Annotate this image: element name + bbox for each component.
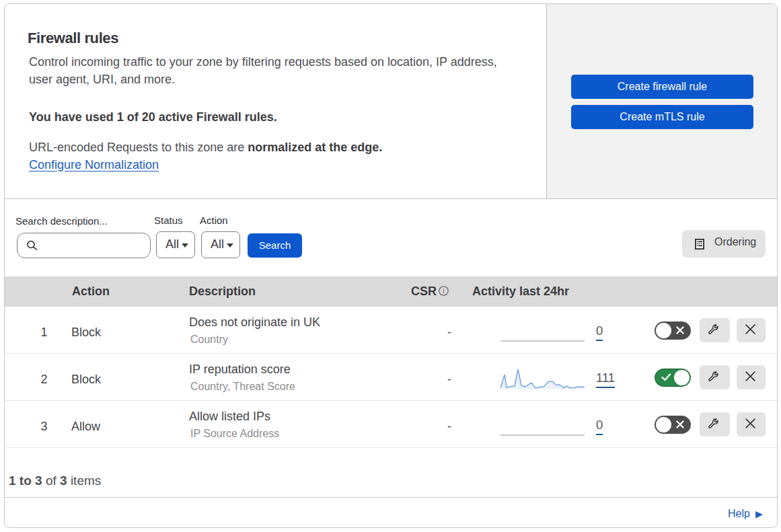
svg-text:i: i [443, 287, 445, 295]
